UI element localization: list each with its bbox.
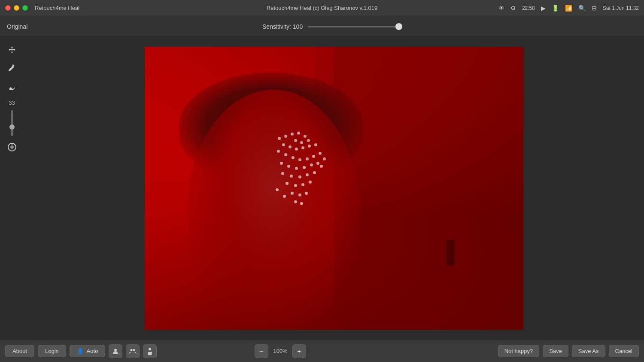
detection-dot xyxy=(286,182,289,185)
detection-dot xyxy=(289,145,292,148)
landscape-area xyxy=(334,47,523,330)
detection-dot xyxy=(306,173,309,176)
detection-dot xyxy=(294,139,297,142)
original-label: Original xyxy=(7,23,27,30)
detection-dot xyxy=(284,135,287,138)
title-bar: Retouch4me Heal Retouch4me Heal (c) Oleg… xyxy=(0,0,644,16)
brush-size-slider[interactable] xyxy=(11,110,13,136)
save-button[interactable]: Save xyxy=(543,345,568,357)
detection-dot xyxy=(307,139,310,142)
save-as-button[interactable]: Save As xyxy=(572,345,605,357)
detection-dot xyxy=(291,192,294,195)
search-icon[interactable]: 🔍 xyxy=(578,5,586,12)
detection-dot xyxy=(295,148,298,151)
detection-dot xyxy=(313,171,316,174)
figure-icon-btn[interactable] xyxy=(143,344,157,358)
background-person xyxy=(446,240,455,265)
detection-dot xyxy=(319,152,322,155)
detection-dot xyxy=(308,145,311,148)
detection-dot xyxy=(277,150,280,153)
detection-dot xyxy=(316,162,319,165)
detection-dot xyxy=(309,181,312,184)
top-toolbar: Original Sensitivity: 100 xyxy=(0,16,644,37)
detection-dot xyxy=(320,165,323,168)
main-content: 33 xyxy=(0,37,644,340)
app-name: Retouch4me Heal xyxy=(35,5,79,11)
detection-dot xyxy=(282,143,285,146)
wifi-icon: 📶 xyxy=(565,5,572,12)
detection-dot xyxy=(301,146,304,149)
detection-dot xyxy=(312,155,315,158)
detection-dot xyxy=(292,156,295,159)
detection-dot xyxy=(276,188,279,191)
control-center-icon[interactable]: ⊟ xyxy=(592,5,597,12)
svg-point-3 xyxy=(131,349,133,351)
detection-dot xyxy=(300,202,303,205)
brush-tool[interactable] xyxy=(4,61,20,76)
detection-dot xyxy=(294,200,297,203)
date-display: Sat 1 Jun 11:32 xyxy=(603,5,639,11)
image-container xyxy=(145,47,523,330)
detection-dot xyxy=(303,166,306,169)
person-icon-btn[interactable] xyxy=(109,344,122,358)
minimize-button[interactable] xyxy=(14,5,19,11)
about-button[interactable]: About xyxy=(5,345,34,357)
detection-dot xyxy=(314,143,317,146)
traffic-lights xyxy=(5,5,28,11)
detection-dot xyxy=(295,167,298,170)
detection-dot xyxy=(281,172,284,175)
status-icon-1: 👁 xyxy=(498,5,504,12)
window-title: Retouch4me Heal (c) Oleg Sharonov v.1.01… xyxy=(267,5,377,11)
sensitivity-slider[interactable] xyxy=(308,26,402,27)
detection-dot xyxy=(305,192,308,195)
detection-dot xyxy=(294,184,297,187)
detection-dot xyxy=(301,183,304,186)
eraser-tool[interactable] xyxy=(4,80,20,95)
left-sidebar: 33 xyxy=(0,37,24,340)
detection-dot xyxy=(297,132,300,135)
zoom-in-button[interactable]: + xyxy=(292,344,306,358)
detection-dot xyxy=(284,153,287,156)
right-actions: Not happy? Save Save As Cancel xyxy=(498,345,639,357)
detection-dot xyxy=(304,135,307,138)
svg-point-1 xyxy=(10,145,14,149)
time-display: 22:58 xyxy=(522,5,535,11)
brush-size-display: 33 xyxy=(9,99,15,107)
face-area xyxy=(188,90,359,330)
status-icon-2: ⚙ xyxy=(510,5,516,12)
detection-dot xyxy=(300,141,303,144)
bottom-toolbar: About Login 👤 Auto − 100% + Not happ xyxy=(0,340,644,362)
zoom-value: 100% xyxy=(272,348,289,354)
svg-point-5 xyxy=(149,348,151,350)
svg-point-2 xyxy=(114,349,117,351)
detection-dot xyxy=(283,195,286,198)
detection-dot xyxy=(287,165,290,168)
maximize-button[interactable] xyxy=(22,5,28,11)
detection-dot xyxy=(291,133,294,136)
cancel-button[interactable]: Cancel xyxy=(609,345,639,357)
svg-point-4 xyxy=(133,349,135,351)
detection-dot xyxy=(278,137,281,140)
title-bar-right: 👁 ⚙ 22:58 ▶ 🔋 📶 🔍 ⊟ Sat 1 Jun 11:32 xyxy=(498,5,639,12)
photo-canvas xyxy=(145,47,523,330)
move-tool[interactable] xyxy=(4,42,20,57)
play-icon: ▶ xyxy=(541,5,546,12)
login-button[interactable]: Login xyxy=(38,345,66,357)
battery-icon: 🔋 xyxy=(552,5,559,12)
zoom-out-button[interactable]: − xyxy=(255,344,268,358)
not-happy-button[interactable]: Not happy? xyxy=(498,345,540,357)
sensitivity-area: Sensitivity: 100 xyxy=(27,23,637,30)
reset-tool[interactable] xyxy=(4,139,20,155)
zoom-area: − 100% + xyxy=(255,344,306,358)
detection-dot xyxy=(298,193,301,196)
canvas-area[interactable] xyxy=(24,37,644,340)
person-icon: 👤 xyxy=(77,348,84,354)
sensitivity-slider-container xyxy=(308,26,402,27)
detection-dot xyxy=(280,162,283,165)
detection-dot xyxy=(298,175,301,178)
detection-dot xyxy=(323,157,326,160)
group-icon-btn[interactable] xyxy=(126,344,140,358)
detection-dot xyxy=(310,163,313,166)
close-button[interactable] xyxy=(5,5,11,11)
auto-button[interactable]: 👤 Auto xyxy=(70,345,106,357)
